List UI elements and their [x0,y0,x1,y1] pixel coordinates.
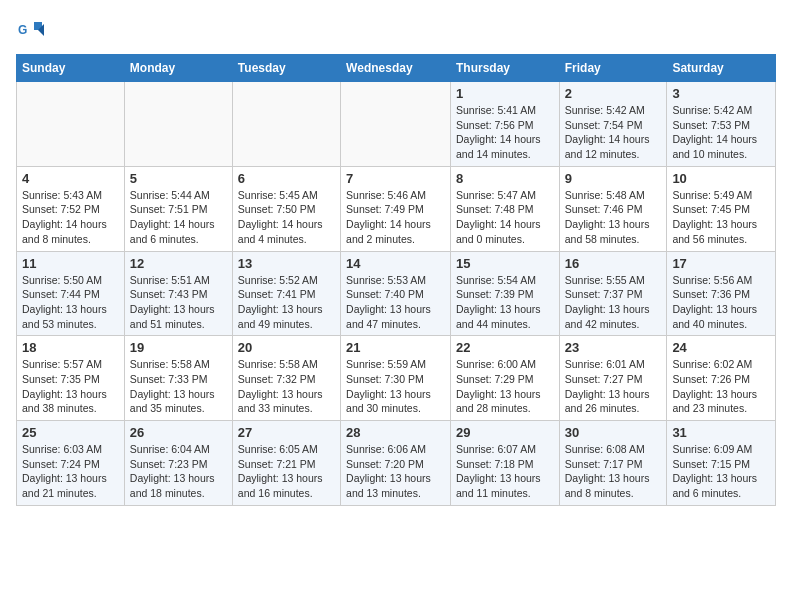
day-cell: 14Sunrise: 5:53 AMSunset: 7:40 PMDayligh… [341,251,451,336]
day-number: 9 [565,171,662,186]
day-cell: 23Sunrise: 6:01 AMSunset: 7:27 PMDayligh… [559,336,667,421]
day-header-tuesday: Tuesday [232,55,340,82]
week-row-5: 25Sunrise: 6:03 AMSunset: 7:24 PMDayligh… [17,421,776,506]
day-cell: 10Sunrise: 5:49 AMSunset: 7:45 PMDayligh… [667,166,776,251]
day-number: 24 [672,340,770,355]
day-detail: Sunrise: 6:09 AMSunset: 7:15 PMDaylight:… [672,442,770,501]
day-detail: Sunrise: 6:02 AMSunset: 7:26 PMDaylight:… [672,357,770,416]
day-header-monday: Monday [124,55,232,82]
day-cell: 30Sunrise: 6:08 AMSunset: 7:17 PMDayligh… [559,421,667,506]
day-cell: 7Sunrise: 5:46 AMSunset: 7:49 PMDaylight… [341,166,451,251]
day-cell: 18Sunrise: 5:57 AMSunset: 7:35 PMDayligh… [17,336,125,421]
day-number: 12 [130,256,227,271]
day-cell: 4Sunrise: 5:43 AMSunset: 7:52 PMDaylight… [17,166,125,251]
day-detail: Sunrise: 5:56 AMSunset: 7:36 PMDaylight:… [672,273,770,332]
day-number: 31 [672,425,770,440]
day-cell [17,82,125,167]
header: G [16,16,776,44]
logo: G [16,16,48,44]
day-number: 26 [130,425,227,440]
day-cell: 15Sunrise: 5:54 AMSunset: 7:39 PMDayligh… [450,251,559,336]
day-detail: Sunrise: 5:59 AMSunset: 7:30 PMDaylight:… [346,357,445,416]
day-number: 4 [22,171,119,186]
day-number: 8 [456,171,554,186]
header-row: SundayMondayTuesdayWednesdayThursdayFrid… [17,55,776,82]
day-cell: 24Sunrise: 6:02 AMSunset: 7:26 PMDayligh… [667,336,776,421]
svg-text:G: G [18,23,27,37]
week-row-1: 1Sunrise: 5:41 AMSunset: 7:56 PMDaylight… [17,82,776,167]
day-cell: 22Sunrise: 6:00 AMSunset: 7:29 PMDayligh… [450,336,559,421]
day-number: 29 [456,425,554,440]
day-cell: 12Sunrise: 5:51 AMSunset: 7:43 PMDayligh… [124,251,232,336]
day-header-sunday: Sunday [17,55,125,82]
day-cell: 29Sunrise: 6:07 AMSunset: 7:18 PMDayligh… [450,421,559,506]
day-cell: 3Sunrise: 5:42 AMSunset: 7:53 PMDaylight… [667,82,776,167]
day-cell: 8Sunrise: 5:47 AMSunset: 7:48 PMDaylight… [450,166,559,251]
week-row-2: 4Sunrise: 5:43 AMSunset: 7:52 PMDaylight… [17,166,776,251]
day-cell: 6Sunrise: 5:45 AMSunset: 7:50 PMDaylight… [232,166,340,251]
day-header-saturday: Saturday [667,55,776,82]
day-number: 11 [22,256,119,271]
day-number: 2 [565,86,662,101]
day-detail: Sunrise: 6:08 AMSunset: 7:17 PMDaylight:… [565,442,662,501]
day-detail: Sunrise: 6:05 AMSunset: 7:21 PMDaylight:… [238,442,335,501]
day-cell: 1Sunrise: 5:41 AMSunset: 7:56 PMDaylight… [450,82,559,167]
day-number: 27 [238,425,335,440]
day-number: 7 [346,171,445,186]
day-detail: Sunrise: 5:47 AMSunset: 7:48 PMDaylight:… [456,188,554,247]
day-cell: 2Sunrise: 5:42 AMSunset: 7:54 PMDaylight… [559,82,667,167]
day-detail: Sunrise: 5:41 AMSunset: 7:56 PMDaylight:… [456,103,554,162]
day-detail: Sunrise: 5:46 AMSunset: 7:49 PMDaylight:… [346,188,445,247]
day-header-wednesday: Wednesday [341,55,451,82]
day-number: 5 [130,171,227,186]
day-number: 6 [238,171,335,186]
day-number: 14 [346,256,445,271]
day-detail: Sunrise: 6:07 AMSunset: 7:18 PMDaylight:… [456,442,554,501]
day-number: 19 [130,340,227,355]
day-header-friday: Friday [559,55,667,82]
day-detail: Sunrise: 6:01 AMSunset: 7:27 PMDaylight:… [565,357,662,416]
day-cell: 5Sunrise: 5:44 AMSunset: 7:51 PMDaylight… [124,166,232,251]
day-number: 1 [456,86,554,101]
day-detail: Sunrise: 5:54 AMSunset: 7:39 PMDaylight:… [456,273,554,332]
day-number: 21 [346,340,445,355]
day-number: 23 [565,340,662,355]
day-cell: 28Sunrise: 6:06 AMSunset: 7:20 PMDayligh… [341,421,451,506]
day-cell: 26Sunrise: 6:04 AMSunset: 7:23 PMDayligh… [124,421,232,506]
day-detail: Sunrise: 5:49 AMSunset: 7:45 PMDaylight:… [672,188,770,247]
logo-icon: G [16,16,44,44]
day-detail: Sunrise: 6:06 AMSunset: 7:20 PMDaylight:… [346,442,445,501]
day-detail: Sunrise: 5:57 AMSunset: 7:35 PMDaylight:… [22,357,119,416]
week-row-4: 18Sunrise: 5:57 AMSunset: 7:35 PMDayligh… [17,336,776,421]
day-number: 28 [346,425,445,440]
day-cell [341,82,451,167]
day-detail: Sunrise: 5:42 AMSunset: 7:54 PMDaylight:… [565,103,662,162]
day-detail: Sunrise: 5:43 AMSunset: 7:52 PMDaylight:… [22,188,119,247]
day-cell [124,82,232,167]
day-number: 20 [238,340,335,355]
day-cell: 21Sunrise: 5:59 AMSunset: 7:30 PMDayligh… [341,336,451,421]
day-cell: 19Sunrise: 5:58 AMSunset: 7:33 PMDayligh… [124,336,232,421]
day-number: 16 [565,256,662,271]
day-cell: 27Sunrise: 6:05 AMSunset: 7:21 PMDayligh… [232,421,340,506]
day-cell: 16Sunrise: 5:55 AMSunset: 7:37 PMDayligh… [559,251,667,336]
day-detail: Sunrise: 5:58 AMSunset: 7:32 PMDaylight:… [238,357,335,416]
day-number: 17 [672,256,770,271]
day-number: 18 [22,340,119,355]
calendar-table: SundayMondayTuesdayWednesdayThursdayFrid… [16,54,776,506]
day-detail: Sunrise: 5:52 AMSunset: 7:41 PMDaylight:… [238,273,335,332]
day-number: 25 [22,425,119,440]
day-detail: Sunrise: 6:00 AMSunset: 7:29 PMDaylight:… [456,357,554,416]
day-detail: Sunrise: 5:42 AMSunset: 7:53 PMDaylight:… [672,103,770,162]
day-cell: 17Sunrise: 5:56 AMSunset: 7:36 PMDayligh… [667,251,776,336]
day-number: 22 [456,340,554,355]
day-detail: Sunrise: 6:04 AMSunset: 7:23 PMDaylight:… [130,442,227,501]
day-number: 3 [672,86,770,101]
day-detail: Sunrise: 5:50 AMSunset: 7:44 PMDaylight:… [22,273,119,332]
day-cell: 20Sunrise: 5:58 AMSunset: 7:32 PMDayligh… [232,336,340,421]
day-number: 10 [672,171,770,186]
day-detail: Sunrise: 5:44 AMSunset: 7:51 PMDaylight:… [130,188,227,247]
day-number: 15 [456,256,554,271]
day-detail: Sunrise: 5:58 AMSunset: 7:33 PMDaylight:… [130,357,227,416]
day-cell: 25Sunrise: 6:03 AMSunset: 7:24 PMDayligh… [17,421,125,506]
